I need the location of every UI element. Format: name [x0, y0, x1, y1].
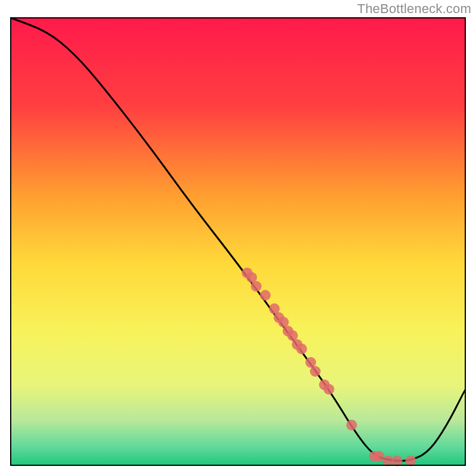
- chart-container: TheBottleneck.com: [0, 0, 476, 476]
- data-point: [405, 455, 416, 466]
- attribution-label: TheBottleneck.com: [357, 1, 471, 17]
- data-point: [374, 451, 384, 462]
- data-point: [296, 343, 307, 354]
- bottleneck-chart: [0, 0, 476, 476]
- data-point: [392, 455, 402, 466]
- data-point: [260, 290, 271, 300]
- chart-background: [11, 18, 465, 465]
- data-point: [251, 281, 262, 292]
- data-point: [346, 419, 357, 430]
- data-point: [310, 366, 321, 377]
- data-point: [324, 384, 334, 394]
